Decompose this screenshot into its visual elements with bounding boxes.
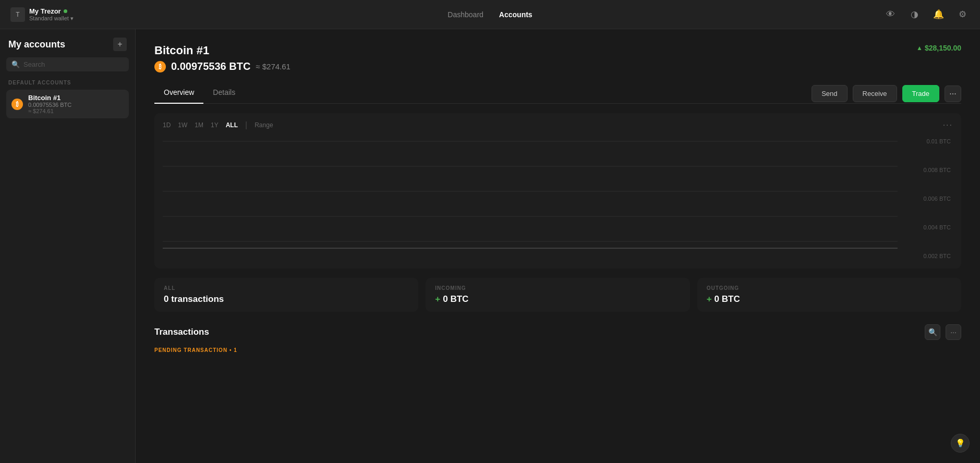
account-header: Bitcoin #1 ▲ $28,150.00 bbox=[154, 44, 961, 57]
bell-icon[interactable]: 🔔 bbox=[931, 7, 946, 22]
chart-periods: 1D 1W 1M 1Y ALL | Range bbox=[163, 120, 273, 130]
transactions-actions: 🔍 ··· bbox=[925, 324, 961, 340]
settings-icon[interactable]: ⚙ bbox=[955, 7, 970, 22]
eye-icon[interactable]: 👁 bbox=[883, 7, 898, 22]
stat-type-outgoing: OUTGOING bbox=[707, 285, 952, 291]
tabs-actions: Overview Details Send Receive Trade ··· bbox=[154, 84, 961, 104]
nav-dashboard[interactable]: Dashboard bbox=[447, 10, 483, 19]
chart-section: 1D 1W 1M 1Y ALL | Range ··· bbox=[154, 113, 961, 269]
content-area: Bitcoin #1 ▲ $28,150.00 ₿ 0.00975536 BTC… bbox=[136, 29, 980, 463]
chart-label-3: 0.006 BTC bbox=[923, 196, 951, 202]
account-name: Bitcoin #1 bbox=[28, 94, 71, 102]
stat-value-outgoing: + 0 BTC bbox=[707, 294, 952, 304]
main-layout: My accounts + 🔍 DEFAULT ACCOUNTS ₿ Bitco… bbox=[0, 29, 980, 463]
balance-crypto: 0.00975536 BTC bbox=[171, 60, 250, 72]
chart-more-button[interactable]: ··· bbox=[943, 120, 953, 130]
balance-row: ₿ 0.00975536 BTC ≈ $274.61 bbox=[154, 60, 961, 72]
chart-area: 0.01 BTC 0.008 BTC 0.006 BTC 0.004 BTC 0… bbox=[163, 136, 953, 261]
transactions-title: Transactions bbox=[154, 327, 209, 337]
help-button[interactable]: 💡 bbox=[951, 434, 970, 453]
period-1y[interactable]: 1Y bbox=[211, 121, 219, 129]
search-box: 🔍 bbox=[6, 57, 129, 71]
account-title: Bitcoin #1 bbox=[154, 44, 209, 57]
trade-button[interactable]: Trade bbox=[902, 85, 939, 102]
search-input[interactable] bbox=[23, 60, 124, 68]
chart-svg bbox=[163, 136, 953, 261]
stat-value-all: 0 transactions bbox=[164, 294, 409, 304]
tab-details[interactable]: Details bbox=[203, 84, 245, 104]
sidebar-header: My accounts + bbox=[6, 38, 129, 51]
price-arrow-icon: ▲ bbox=[916, 44, 923, 52]
sidebar: My accounts + 🔍 DEFAULT ACCOUNTS ₿ Bitco… bbox=[0, 29, 136, 463]
brand-info: My Trezor Standard wallet ▾ bbox=[29, 7, 74, 22]
period-1m[interactable]: 1M bbox=[195, 121, 203, 129]
balance-btc-icon: ₿ bbox=[154, 61, 166, 72]
theme-icon[interactable]: ◑ bbox=[907, 7, 922, 22]
transactions-header: Transactions 🔍 ··· bbox=[154, 324, 961, 340]
section-label: DEFAULT ACCOUNTS bbox=[6, 80, 129, 86]
brand: T My Trezor Standard wallet ▾ bbox=[10, 7, 74, 22]
topnav-center: Dashboard Accounts bbox=[447, 10, 532, 19]
stat-type-incoming: INCOMING bbox=[435, 285, 680, 291]
chart-label-2: 0.008 BTC bbox=[923, 167, 951, 173]
nav-accounts[interactable]: Accounts bbox=[499, 10, 533, 19]
period-all[interactable]: ALL bbox=[226, 121, 238, 129]
account-item[interactable]: ₿ Bitcoin #1 0.00975536 BTC ≈ $274.61 bbox=[6, 90, 129, 118]
chart-label-4: 0.004 BTC bbox=[923, 224, 951, 230]
chart-label-1: 0.01 BTC bbox=[923, 138, 951, 144]
actions: Send Receive Trade ··· bbox=[812, 85, 961, 102]
balance-usd: ≈ $274.61 bbox=[256, 62, 291, 71]
topnav: T My Trezor Standard wallet ▾ Dashboard … bbox=[0, 0, 980, 29]
chart-label-5: 0.002 BTC bbox=[923, 253, 951, 259]
send-button[interactable]: Send bbox=[812, 85, 847, 102]
period-1w[interactable]: 1W bbox=[178, 121, 187, 129]
status-dot bbox=[64, 9, 67, 13]
sidebar-title: My accounts bbox=[8, 39, 65, 50]
topnav-right: 👁 ◑ 🔔 ⚙ bbox=[883, 7, 970, 22]
chart-toolbar: 1D 1W 1M 1Y ALL | Range ··· bbox=[163, 120, 953, 130]
period-range[interactable]: Range bbox=[255, 121, 273, 129]
pending-label: PENDING TRANSACTION • 1 bbox=[154, 347, 961, 353]
stat-card-all: ALL 0 transactions bbox=[154, 278, 418, 312]
chart-labels: 0.01 BTC 0.008 BTC 0.006 BTC 0.004 BTC 0… bbox=[923, 136, 951, 261]
brand-icon: T bbox=[10, 7, 25, 22]
add-account-button[interactable]: + bbox=[113, 38, 127, 51]
brand-wallet[interactable]: Standard wallet ▾ bbox=[29, 15, 74, 22]
stat-card-outgoing: OUTGOING + 0 BTC bbox=[697, 278, 961, 312]
period-1d[interactable]: 1D bbox=[163, 121, 171, 129]
stat-value-incoming: + 0 BTC bbox=[435, 294, 680, 304]
search-icon: 🔍 bbox=[11, 60, 20, 68]
receive-button[interactable]: Receive bbox=[853, 85, 897, 102]
brand-name: My Trezor bbox=[29, 7, 74, 15]
price-change: ▲ $28,150.00 bbox=[916, 44, 961, 52]
btc-icon: ₿ bbox=[11, 99, 23, 110]
stats-row: ALL 0 transactions INCOMING + 0 BTC OUTG… bbox=[154, 278, 961, 312]
tx-more-button[interactable]: ··· bbox=[946, 324, 961, 340]
account-balance: 0.00975536 BTC bbox=[28, 102, 71, 108]
more-actions-button[interactable]: ··· bbox=[945, 86, 961, 102]
tab-overview[interactable]: Overview bbox=[154, 84, 203, 104]
stat-card-incoming: INCOMING + 0 BTC bbox=[426, 278, 689, 312]
stat-type-all: ALL bbox=[164, 285, 409, 291]
account-info: Bitcoin #1 0.00975536 BTC ≈ $274.61 bbox=[28, 94, 71, 114]
tabs: Overview Details bbox=[154, 84, 245, 103]
tx-search-button[interactable]: 🔍 bbox=[925, 324, 940, 340]
account-usd: ≈ $274.61 bbox=[28, 108, 71, 114]
